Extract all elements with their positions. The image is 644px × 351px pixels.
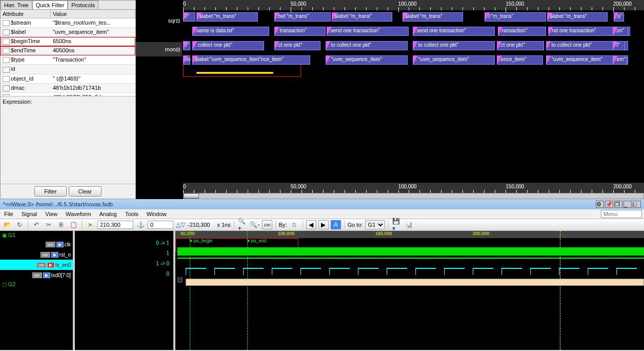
col-attribute[interactable]: Attribute — [1, 10, 51, 18]
transaction-block[interactable]: .s" — [614, 12, 624, 22]
menu-tools[interactable]: Tools — [121, 209, 143, 219]
restore-icon[interactable]: ❐ — [614, 201, 622, 208]
transaction-block[interactable]: .on" — [613, 27, 628, 36]
menu-search-input[interactable] — [601, 210, 642, 218]
transaction-block[interactable]: $label:"m_trans" — [332, 12, 392, 22]
group-g1[interactable]: ▣ G1 — [0, 231, 73, 239]
scrollbar-thumb[interactable] — [184, 193, 199, 199]
attr-table-body[interactable]: $stream"$trans_root/uvm_tes...$label"uvm… — [1, 18, 135, 96]
offset-input[interactable] — [148, 221, 173, 229]
attr-row[interactable]: $label"uvm_sequence_item" — [1, 28, 135, 37]
transaction-block[interactable]: $label:"m_trans" — [547, 12, 608, 22]
nwave-waveform-area[interactable]: 50,000100,000150,000200,000 pa_begin pa_… — [175, 231, 644, 350]
menu-window[interactable]: Window — [143, 209, 171, 219]
transaction-block[interactable]: . to collect one pkt" — [326, 41, 408, 50]
attr-row[interactable]: object_id" (@1469)" — [1, 74, 135, 84]
transaction-block[interactable]: . "uvm_sequence_item" — [413, 55, 495, 65]
col-value[interactable]: Value — [51, 10, 135, 18]
row-checkbox[interactable] — [3, 76, 10, 82]
transaction-block[interactable]: r" — [183, 12, 195, 22]
tab-quick-filter[interactable]: Quick Filter — [32, 1, 68, 9]
pin-icon[interactable]: 📌 — [605, 201, 613, 208]
nwave-ruler[interactable]: 50,000100,000150,000200,000 — [175, 231, 644, 238]
attr-row[interactable]: $type"Transaction" — [1, 55, 135, 65]
app-icon[interactable]: 📊 — [404, 220, 414, 229]
transaction-block[interactable]: m" — [183, 55, 190, 65]
ruler-top[interactable]: 050,000100,000150,000200,000 — [183, 0, 644, 10]
attr-row[interactable]: id — [1, 65, 135, 74]
transaction-area[interactable]: r"$label:"m_trans".bel:"m_trans"$label:"… — [183, 10, 644, 183]
signal-rst_n[interactable]: ver▶ rst_n — [0, 249, 73, 260]
undo-icon[interactable]: ↶ — [31, 220, 42, 229]
clear-button[interactable]: Clear — [69, 186, 102, 197]
transaction-block[interactable]: . "uvm_sequence_item" — [326, 55, 408, 65]
transaction-block[interactable]: .l:"m_trans" — [485, 12, 546, 22]
transaction-block[interactable]: .ence_item" — [497, 55, 543, 65]
transaction-block[interactable]: .em" — [613, 55, 627, 65]
signal-clk[interactable]: ver▶ clk — [0, 239, 73, 249]
row-checkbox[interactable] — [3, 48, 10, 54]
signal-tx_en0[interactable]: ver▶ tx_en0 — [0, 260, 73, 270]
open-icon[interactable]: 📂 — [2, 220, 12, 229]
cut-icon[interactable]: ✂ — [44, 220, 54, 229]
transaction-block[interactable]: $label:"m_trans" — [402, 12, 463, 22]
nwave-titlebar[interactable]: *<nWave:3> /home/.../6.5.3/start/novas.f… — [0, 199, 644, 209]
transaction-block[interactable]: . collect one pkt" — [192, 41, 264, 50]
tab-hier-tree[interactable]: Hier. Tree — [1, 1, 32, 9]
attr-row[interactable]: $endTime40500ns — [1, 46, 135, 55]
transaction-waveform[interactable]: 050,000100,000150,000200,000 sqr⊟ mon⊟ r… — [136, 0, 644, 199]
menu-analog[interactable]: Analog — [95, 209, 121, 219]
attr-row[interactable]: $beginTime6500ns — [1, 37, 135, 46]
menu-waveform[interactable]: Waveform — [62, 209, 95, 219]
zoom-in-icon[interactable]: 🔍+ — [237, 220, 248, 229]
menu-signal[interactable]: Signal — [17, 209, 42, 219]
paste-icon[interactable]: 📋 — [68, 220, 78, 229]
signal-txd0[7:0][interactable]: ver▶ txd0[7:0] — [0, 270, 73, 280]
transaction-block[interactable]: t" — [183, 41, 190, 50]
search-mode-icon[interactable]: A — [331, 220, 341, 229]
edge-icon[interactable]: ⎍ — [289, 220, 299, 229]
transaction-block[interactable]: $label:"uvm_sequence_item"nce_item" — [192, 55, 310, 65]
h-scrollbar[interactable] — [183, 193, 644, 199]
zoom-100-icon[interactable]: 100 — [262, 220, 272, 229]
row-checkbox[interactable] — [3, 20, 10, 26]
transaction-block[interactable]: .bel:"m_trans" — [274, 12, 331, 22]
delta-icon[interactable]: △▽ — [175, 220, 186, 229]
row-checkbox[interactable] — [3, 85, 10, 91]
group-g2[interactable]: ▢ G2 — [0, 280, 73, 288]
filter-button[interactable]: Filter — [34, 186, 66, 197]
prev-icon[interactable]: ◀ — [306, 220, 316, 229]
row-checkbox[interactable] — [3, 29, 10, 35]
row-checkbox[interactable] — [3, 67, 10, 73]
menu-view[interactable]: View — [41, 209, 62, 219]
anchor-icon[interactable]: ⚓ — [135, 220, 146, 229]
transaction-block[interactable]: .name is data.txt" — [192, 27, 269, 36]
menu-file[interactable]: File — [0, 209, 17, 219]
attr-row[interactable]: $stream"$trans_root/uvm_tes... — [1, 18, 135, 28]
transaction-block[interactable]: .ct one pkt" — [497, 41, 544, 50]
settings-icon[interactable]: ⚙ — [596, 201, 604, 208]
transaction-block[interactable]: .ransaction" — [498, 27, 546, 36]
transaction-block[interactable]: . to collect one pkt" — [413, 41, 495, 50]
row-checkbox[interactable] — [3, 57, 10, 63]
transaction-block[interactable]: .send one transaction" — [327, 27, 409, 36]
reload-icon[interactable]: ↻ — [14, 220, 25, 229]
attr-row[interactable]: dmac48'h1b12db71741b — [1, 84, 135, 93]
save-icon[interactable]: 💾▾ — [392, 220, 402, 229]
transaction-block[interactable]: .ct one pkt" — [274, 41, 320, 50]
transaction-block[interactable]: . transaction" — [274, 27, 326, 36]
next-icon[interactable]: ▶ — [318, 220, 329, 229]
maximize-icon[interactable]: □ — [633, 201, 641, 208]
cursor-icon[interactable]: ➤ — [85, 220, 95, 229]
transaction-block[interactable]: .send one transaction" — [413, 27, 495, 36]
signal-mon[interactable]: mon⊟ — [136, 42, 182, 56]
goto-select[interactable]: G1 — [365, 220, 385, 229]
ruler-bottom[interactable]: 050,000100,000150,000200,000 — [183, 183, 644, 193]
zoom-out-icon[interactable]: 🔍- — [250, 220, 260, 229]
row-checkbox[interactable] — [3, 38, 10, 45]
copy-icon[interactable]: ⎘ — [56, 220, 66, 229]
signal-sqr[interactable]: sqr⊟ — [136, 13, 182, 28]
transaction-block[interactable]: $label:"m_trans" — [196, 12, 258, 22]
minimize-icon[interactable]: _ — [623, 201, 632, 208]
cursor-time-input[interactable] — [97, 221, 133, 229]
